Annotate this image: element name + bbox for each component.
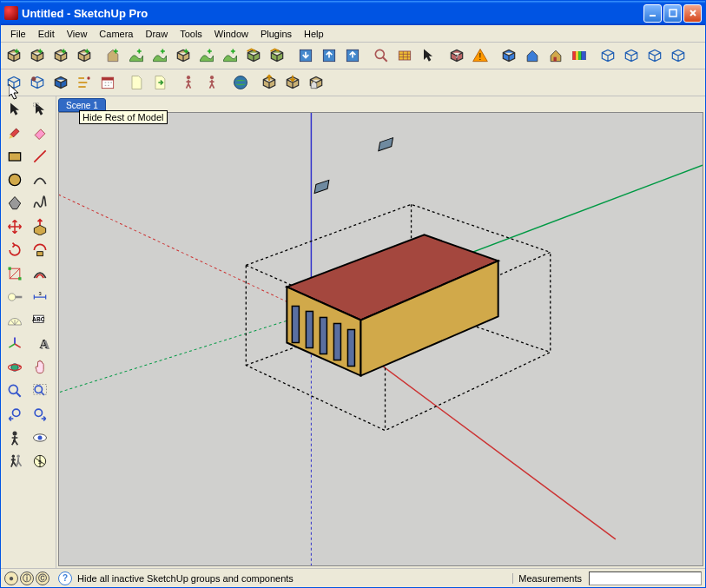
tool-pushpull[interactable] [28,215,52,238]
svg-point-41 [35,409,42,416]
toolbar-share-model[interactable] [318,44,340,67]
toolbar-export-down[interactable] [281,71,304,94]
tool-select[interactable] [3,98,27,121]
menu-edit[interactable]: Edit [32,27,61,41]
menu-tools[interactable]: Tools [174,27,208,41]
close-button[interactable] [683,4,702,23]
tool-look[interactable] [28,426,52,449]
toolbar-add-location[interactable] [148,44,171,67]
toolbar-instructor[interactable]: ? [445,44,468,67]
toolbar-make-component[interactable] [49,44,72,67]
toolbar-share-component[interactable] [341,44,364,67]
status-credits-icon[interactable]: ⓘ [20,571,34,585]
toolbar-export-house[interactable] [305,71,327,94]
tool-protractor[interactable] [3,309,27,332]
status-geo-icon[interactable]: ● [4,571,18,585]
tool-section[interactable]: S [28,450,52,472]
tool-pointer[interactable] [28,98,52,121]
toolbar-wire-box-1[interactable] [597,44,619,67]
status-help-icon[interactable]: ? [58,571,72,585]
tool-polygon[interactable] [3,192,27,215]
menu-camera[interactable]: Camera [93,27,139,41]
viewport-3d[interactable] [58,112,703,566]
toolbar-get-models[interactable] [294,44,317,67]
toolbar-warning[interactable]: ! [469,44,492,67]
toolbar-toggle-terrain[interactable] [172,44,195,67]
tool-eraser[interactable] [28,122,52,144]
menu-view[interactable]: View [61,27,94,41]
tool-paint[interactable] [3,122,27,144]
svg-text:A: A [41,338,49,352]
toolbar-new-component[interactable] [3,44,25,67]
toolbar-texture[interactable] [393,44,416,67]
status-claim-icon[interactable]: Ⓒ [36,571,49,585]
tool-line[interactable] [28,145,52,168]
maximize-button[interactable] [663,4,682,23]
svg-rect-59 [347,329,354,366]
tool-next-view[interactable] [28,403,52,426]
tool-rotate[interactable] [3,239,27,261]
toolbar-select-arrow[interactable] [417,44,439,67]
tool-3dtext[interactable]: AA [28,333,52,355]
toolbar-export-up[interactable] [258,71,280,94]
toolbar-make-group[interactable] [26,44,49,67]
tool-prev-view[interactable] [3,403,27,426]
toolbar-blue-box[interactable] [498,44,520,67]
tool-pan[interactable] [28,356,52,379]
svg-rect-52 [314,180,329,193]
toolbar-wire-box-4[interactable] [667,44,690,67]
toolbar-hide-similar[interactable] [26,71,49,94]
toolbar-house-color[interactable] [544,44,567,67]
toolbar-preview-match[interactable] [219,44,241,67]
tool-walk[interactable] [3,450,27,472]
svg-point-20 [210,76,214,79]
tool-offset[interactable] [28,262,52,285]
tool-axes[interactable] [3,333,27,355]
toolbar-page-next[interactable] [148,71,171,94]
menu-help[interactable]: Help [298,27,330,41]
toolbar-walk-fig[interactable] [177,71,200,94]
menu-draw[interactable]: Draw [139,27,174,41]
toolbar-building-maker[interactable] [102,44,124,67]
tool-orbit[interactable] [3,356,27,379]
toolbar-component-options[interactable] [73,44,96,67]
tool-scale[interactable] [3,262,27,285]
toolbar-wire-box-3[interactable] [643,44,666,67]
toolbar-calendar[interactable] [96,71,119,94]
toolbar-wire-box-2[interactable] [620,44,643,67]
tool-circle[interactable] [3,168,27,191]
toolbar-rainbow[interactable] [568,44,591,67]
menu-plugins[interactable]: Plugins [254,27,298,41]
menu-window[interactable]: Window [208,27,254,41]
toolbar-outliner[interactable] [73,71,96,94]
toolbar-solid-tools-a[interactable] [242,44,265,67]
tool-followme[interactable] [28,239,52,261]
svg-text:!: ! [479,52,482,62]
scenes-tabs-row: Scene 1 Hide Rest of Model [56,96,705,112]
toolbar-google-earth[interactable] [229,71,252,94]
tool-zoom-window[interactable] [28,380,52,402]
tool-move[interactable] [3,215,27,238]
tool-tape[interactable] [3,286,27,308]
toolbar-page-prev[interactable] [125,71,148,94]
menu-file[interactable]: File [4,27,32,41]
toolbar-hide-rest[interactable] [3,71,25,94]
tool-rectangle[interactable] [3,145,27,168]
tool-arc[interactable] [28,168,52,191]
toolbar-view-comp[interactable] [49,71,72,94]
toolbar-house-blue[interactable] [521,44,544,67]
tool-position-cam[interactable] [3,426,27,449]
toolbar-walk-path[interactable] [201,71,223,94]
tool-zoom[interactable] [3,380,27,402]
svg-point-29 [9,294,16,301]
minimize-button[interactable] [643,4,662,23]
tool-freehand[interactable] [28,192,52,215]
toolbar-zoom-extents[interactable] [370,44,393,67]
tool-text[interactable]: ABC [28,309,52,332]
toolbar-match-photo[interactable] [195,44,218,67]
tool-dimension[interactable]: 3 [28,286,52,308]
vcb-input[interactable] [589,571,702,585]
toolbar-solid-tools-b[interactable] [266,44,288,67]
toolbar-terrain[interactable] [125,44,148,67]
svg-rect-28 [18,277,21,280]
